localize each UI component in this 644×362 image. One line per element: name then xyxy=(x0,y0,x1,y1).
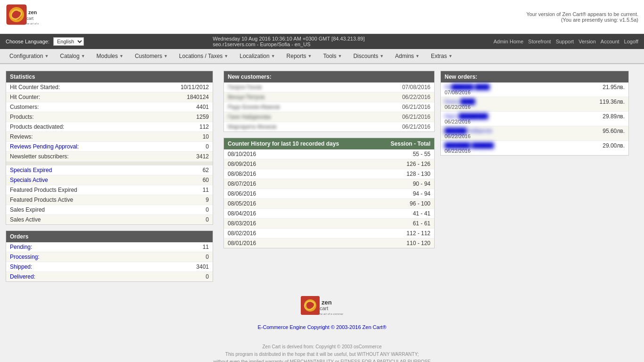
order-2-price: 119.36лв. xyxy=(600,99,625,110)
customer-4-name[interactable]: Гане Найденова xyxy=(228,114,271,120)
footer-legal: Zen Cart is derived from: Copyright © 20… xyxy=(0,337,644,362)
order-5-price: 29.00лв. xyxy=(603,142,625,154)
new-orders-panel: New orders: Фа██████ ████ 07/08/2016 21.… xyxy=(440,71,629,156)
footer-copyright: E-Commerce Engine Copyright © 2003-2016 … xyxy=(257,324,386,330)
order-2-date: 06/22/2016 xyxy=(445,104,475,110)
svg-text:cart: cart xyxy=(26,16,34,21)
topbar: Choose Language: English Wednesday 10 Au… xyxy=(0,34,644,49)
customer-row-5: Маргарета Фенков 06/21/2016 xyxy=(224,122,434,132)
nav-customers[interactable]: Customers ▼ xyxy=(129,49,173,63)
admin-home-link[interactable]: Admin Home xyxy=(494,39,524,44)
order-row-3: Идил ████████ 06/22/2016 29.89лв. xyxy=(441,112,628,126)
customer-1-date: 07/08/2016 xyxy=(402,84,430,90)
counter-history-col2: Session - Total xyxy=(391,140,430,147)
stat-products-deactivated: Products deactivated: 112 xyxy=(6,122,213,132)
customer-2-name[interactable]: Венци Петров xyxy=(228,94,264,100)
order-2-name[interactable]: Бинко ████ xyxy=(445,99,475,104)
section-divider xyxy=(6,162,213,165)
nav-catalog[interactable]: Catalog ▼ xyxy=(54,49,91,63)
support-link[interactable]: Support xyxy=(556,39,574,44)
customer-3-date: 06/21/2016 xyxy=(402,104,430,110)
new-customers-header: New customers: xyxy=(224,71,434,82)
page-header: zen cart the art of e-commerce Your vers… xyxy=(0,0,644,34)
counter-history-header: Counter History for last 10 recorded day… xyxy=(224,138,434,149)
shipped-link[interactable]: Shipped: xyxy=(10,263,32,270)
order-3-price: 29.89лв. xyxy=(603,113,625,124)
version-link[interactable]: Version xyxy=(578,39,596,44)
svg-text:cart: cart xyxy=(320,305,328,311)
topbar-left: Choose Language: English xyxy=(6,37,84,46)
svg-text:the art of e-commerce: the art of e-commerce xyxy=(319,313,343,315)
language-select[interactable]: English xyxy=(53,37,84,46)
nav-reports-arrow: ▼ xyxy=(308,54,312,58)
order-4-name[interactable]: ██████ Найденов xyxy=(445,128,492,133)
order-shipped: Shipped: 3401 xyxy=(6,262,213,272)
stat-hit-started: Hit Counter Started: 10/11/2012 xyxy=(6,82,213,92)
specials-expired-link[interactable]: Specials Expired xyxy=(10,167,52,173)
order-1-date: 07/08/2016 xyxy=(445,90,489,95)
nav-localization[interactable]: Localization ▼ xyxy=(234,49,281,63)
svg-text:the art of e-commerce: the art of e-commerce xyxy=(25,22,39,25)
svg-text:zen: zen xyxy=(28,9,37,15)
counter-row-10: 08/01/2016110 - 120 xyxy=(224,239,434,248)
stat-hit-counter: Hit Counter: 1840124 xyxy=(6,92,213,102)
nav-tools[interactable]: Tools ▼ xyxy=(318,49,348,63)
statistics-header: Statistics xyxy=(6,71,213,82)
nav-configuration[interactable]: Configuration ▼ xyxy=(4,49,54,63)
stat-reviews-pending: Reviews Pending Approval: 0 xyxy=(6,142,213,152)
counter-history-body: 08/10/201655 - 55 08/09/2016126 - 126 08… xyxy=(224,149,434,248)
nav-extras-arrow: ▼ xyxy=(448,54,453,58)
order-processing: Processing: 0 xyxy=(6,252,213,262)
account-link[interactable]: Account xyxy=(601,39,619,44)
nav-discounts[interactable]: Discounts ▼ xyxy=(347,49,389,63)
customer-5-date: 06/21/2016 xyxy=(402,123,430,130)
nav-localization-arrow: ▼ xyxy=(271,54,275,58)
delivered-link[interactable]: Delivered: xyxy=(10,273,35,280)
middle-column: New customers: Георги Генов 07/08/2016 В… xyxy=(223,71,435,248)
nav-customers-arrow: ▼ xyxy=(164,54,168,58)
nav-modules[interactable]: Modules ▼ xyxy=(91,49,129,63)
nav-locations-taxes[interactable]: Locations / Taxes ▼ xyxy=(173,49,234,63)
customer-1-name[interactable]: Георги Генов xyxy=(228,84,262,90)
stat-specials-expired: Specials Expired 62 xyxy=(6,165,213,175)
orders-summary-header: Orders xyxy=(6,231,213,242)
footer-copyright-link[interactable]: E-Commerce Engine Copyright © 2003-2016 … xyxy=(257,324,386,330)
stat-specials-active: Specials Active 60 xyxy=(6,175,213,185)
counter-row-8: 08/03/201661 - 61 xyxy=(224,219,434,229)
counter-row-5: 08/06/201694 - 94 xyxy=(224,189,434,199)
order-4-date: 06/22/2016 xyxy=(445,133,492,139)
specials-active-link[interactable]: Specials Active xyxy=(10,177,48,183)
customer-4-date: 06/21/2016 xyxy=(402,114,430,120)
pending-link[interactable]: Pending: xyxy=(10,244,32,250)
new-customers-body: Георги Генов 07/08/2016 Венци Петров 06/… xyxy=(224,82,434,132)
footer: zen cart the art of e-commerce E-Commerc… xyxy=(0,288,644,337)
main-content: Statistics Hit Counter Started: 10/11/20… xyxy=(0,64,644,288)
counter-history-panel: Counter History for last 10 recorded day… xyxy=(223,138,435,248)
order-1-name[interactable]: Фа██████ ████ xyxy=(445,84,489,90)
processing-link[interactable]: Processing: xyxy=(10,254,40,260)
customer-5-name[interactable]: Маргарета Фенков xyxy=(228,123,276,130)
nav-admins-arrow: ▼ xyxy=(415,54,420,58)
storefront-link[interactable]: Storefront xyxy=(528,39,551,44)
customer-row-3: Радо Бонев-Иванов 06/21/2016 xyxy=(224,102,434,112)
nav-reports[interactable]: Reports ▼ xyxy=(281,49,318,63)
logoff-link[interactable]: Logoff xyxy=(624,39,638,44)
topbar-right: Admin Home Storefront Support Version Ac… xyxy=(494,39,638,44)
stat-featured-active: Featured Products Active 9 xyxy=(6,195,213,205)
reviews-pending-link[interactable]: Reviews Pending Approval: xyxy=(10,143,79,150)
order-4-price: 95.60лв. xyxy=(603,128,625,139)
customer-3-name[interactable]: Радо Бонев-Иванов xyxy=(228,104,280,110)
order-delivered: Delivered: 0 xyxy=(6,272,213,281)
order-3-name[interactable]: Идил ████████ xyxy=(445,113,488,119)
customer-row-2: Венци Петров 06/22/2016 xyxy=(224,92,434,102)
order-5-name[interactable]: ███████ ██████ xyxy=(445,142,494,148)
nav-admins[interactable]: Admins ▼ xyxy=(389,49,425,63)
logo-icon: zen cart the art of e-commerce xyxy=(6,4,39,30)
stat-featured-expired: Featured Products Expired 11 xyxy=(6,185,213,195)
navbar: Configuration ▼ Catalog ▼ Modules ▼ Cust… xyxy=(0,49,644,64)
counter-row-9: 08/02/2016112 - 112 xyxy=(224,229,434,239)
counter-row-4: 08/07/201690 - 94 xyxy=(224,179,434,189)
counter-row-3: 08/08/2016128 - 130 xyxy=(224,169,434,179)
nav-extras[interactable]: Extras ▼ xyxy=(425,49,458,63)
stat-reviews: Reviews: 10 xyxy=(6,132,213,142)
